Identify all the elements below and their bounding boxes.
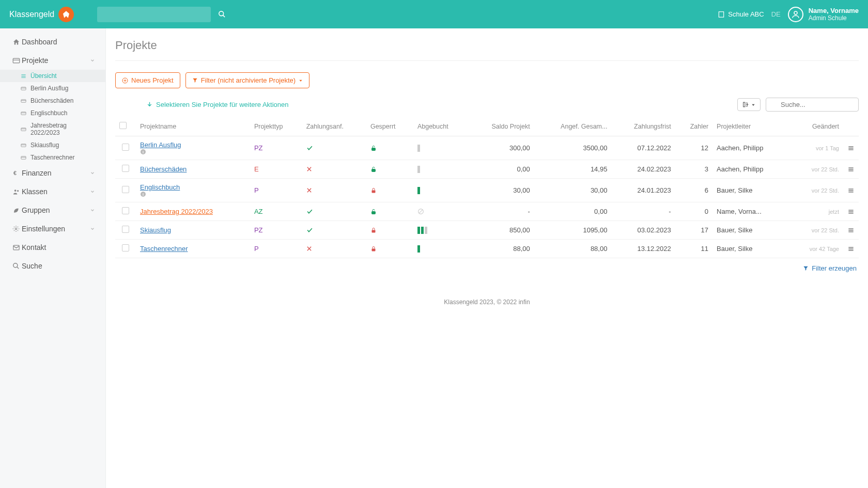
col-zahler[interactable]: Zahler: [675, 117, 712, 136]
progress-bar-segment: [417, 166, 420, 173]
row-menu-button[interactable]: [847, 166, 855, 173]
row-checkbox[interactable]: [122, 226, 129, 233]
lock-open-icon: [370, 166, 409, 172]
nav-finanzen[interactable]: € Finanzen: [0, 164, 105, 182]
col-type[interactable]: Projekttyp: [250, 117, 302, 136]
sidebar-sub-item[interactable]: Englischbuch: [0, 107, 105, 119]
col-gesperrt[interactable]: Gesperrt: [366, 117, 413, 136]
user-menu[interactable]: Name, Vorname Admin Schule: [788, 7, 859, 22]
svg-rect-49: [371, 169, 375, 171]
project-link[interactable]: Englischbuch: [140, 183, 180, 191]
project-link[interactable]: Bücherschäden: [140, 165, 187, 173]
cell-angef: 88,00: [534, 240, 612, 258]
filter-icon: [803, 265, 809, 271]
row-checkbox[interactable]: [122, 165, 129, 172]
col-name[interactable]: Projektname: [136, 117, 250, 136]
x-icon: [306, 246, 362, 251]
project-link[interactable]: Skiausflug: [140, 226, 171, 234]
row-checkbox[interactable]: [122, 144, 129, 151]
nav-gruppen[interactable]: Gruppen: [0, 201, 105, 219]
col-frist[interactable]: Zahlungsfrist: [611, 117, 675, 136]
row-checkbox[interactable]: [122, 186, 129, 193]
svg-line-63: [419, 210, 423, 214]
plus-icon: [122, 77, 128, 84]
lock-closed-icon: [370, 227, 409, 233]
cell-zahler: 3: [675, 160, 712, 179]
nav-label: Projekte: [22, 56, 48, 65]
svg-rect-61: [371, 211, 375, 214]
nav-label: Dashboard: [22, 38, 57, 46]
sidebar-sub-item[interactable]: Übersicht: [0, 70, 105, 82]
cell-angef: 3500,00: [534, 136, 612, 160]
filter-button[interactable]: Filter (nicht archivierte Projekte): [185, 72, 310, 88]
cell-geaendert: vor 42 Tage: [810, 246, 839, 252]
nav-label: Kontakt: [22, 243, 46, 251]
sidebar-sub-item[interactable]: Bücherschäden: [0, 95, 105, 107]
new-project-button[interactable]: Neues Projekt: [115, 72, 180, 88]
svg-point-7: [794, 11, 797, 14]
svg-rect-17: [21, 112, 26, 115]
nav-einstellungen[interactable]: Einstellungen: [0, 219, 105, 238]
school-selector[interactable]: Schule ABC: [718, 10, 764, 18]
row-menu-button[interactable]: [847, 145, 855, 152]
column-settings-button[interactable]: [737, 98, 761, 111]
sidebar-sub-item[interactable]: Taschenrechner: [0, 151, 105, 164]
col-angef[interactable]: Angef. Gesam...: [534, 117, 612, 136]
cell-geaendert: vor 1 Tag: [816, 145, 839, 151]
table-search-input[interactable]: [766, 98, 859, 112]
list-icon: [21, 73, 26, 79]
logo[interactable]: Klassengeld: [9, 7, 97, 22]
col-zahlungsanf[interactable]: Zahlungsanf.: [302, 117, 366, 136]
project-link[interactable]: Jahresbetrag 2022/2023: [140, 208, 213, 215]
row-menu-button[interactable]: [847, 208, 855, 215]
cell-leiter: Bauer, Silke: [712, 240, 790, 258]
nav-dashboard[interactable]: Dashboard: [0, 33, 105, 51]
create-filter-link[interactable]: Filter erzeugen: [803, 264, 857, 272]
cell-zahler: 0: [675, 202, 712, 221]
svg-rect-43: [371, 148, 375, 150]
nav-klassen[interactable]: Klassen: [0, 182, 105, 201]
global-search-input[interactable]: [97, 7, 211, 22]
row-checkbox[interactable]: [122, 244, 129, 251]
svg-marker-38: [752, 104, 754, 105]
user-role: Admin Schule: [809, 14, 859, 22]
col-abgebucht[interactable]: Abgebucht: [413, 117, 469, 136]
project-type: AZ: [254, 208, 263, 215]
projects-table: Projektname Projekttyp Zahlungsanf. Gesp…: [115, 117, 859, 258]
col-geaendert[interactable]: Geändert: [790, 117, 843, 136]
sidebar-sub-item[interactable]: Jahresbetrag 2022/2023: [0, 119, 105, 139]
cell-leiter: Bauer, Silke: [712, 179, 790, 202]
col-saldo[interactable]: Saldo Projekt: [469, 117, 534, 136]
language-selector[interactable]: DE: [771, 10, 781, 18]
cell-saldo: 88,00: [469, 240, 534, 258]
row-menu-button[interactable]: [847, 245, 855, 253]
nav-kontakt[interactable]: Kontakt: [0, 238, 105, 257]
check-icon: [306, 145, 362, 151]
col-leiter[interactable]: Projektleiter: [712, 117, 790, 136]
nav-suche[interactable]: Suche: [0, 257, 105, 275]
page-title: Projekte: [115, 28, 859, 61]
project-link[interactable]: Berlin Ausflug: [140, 141, 181, 149]
select-all-checkbox[interactable]: [119, 122, 127, 129]
sidebar-sub-item[interactable]: Berlin Ausflug: [0, 82, 105, 95]
topbar: Klassengeld Schule ABC DE Name, Vorname …: [0, 0, 868, 28]
card-icon: [21, 86, 26, 91]
project-link[interactable]: Taschenrechner: [140, 245, 188, 253]
global-search-button[interactable]: [215, 7, 229, 21]
cell-leiter: Name, Vorna...: [712, 202, 790, 221]
selection-hint: Selektieren Sie Projekte für weitere Akt…: [146, 101, 289, 108]
progress-bar-segment: [417, 187, 420, 194]
sub-label: Taschenrechner: [30, 154, 74, 161]
table-row: TaschenrechnerP88,0088,0013.12.202211Bau…: [115, 240, 859, 258]
svg-rect-57: [371, 190, 375, 193]
row-menu-button[interactable]: [847, 187, 855, 194]
row-checkbox[interactable]: [122, 207, 129, 214]
hint-text: Selektieren Sie Projekte für weitere Akt…: [156, 101, 289, 108]
sidebar-sub-item[interactable]: Skiausflug: [0, 139, 105, 151]
sub-label: Übersicht: [30, 72, 57, 80]
avatar-icon: [788, 7, 803, 22]
nav-projekte[interactable]: Projekte: [0, 51, 105, 70]
svg-rect-15: [21, 99, 26, 102]
svg-rect-8: [13, 58, 20, 63]
row-menu-button[interactable]: [847, 227, 855, 234]
